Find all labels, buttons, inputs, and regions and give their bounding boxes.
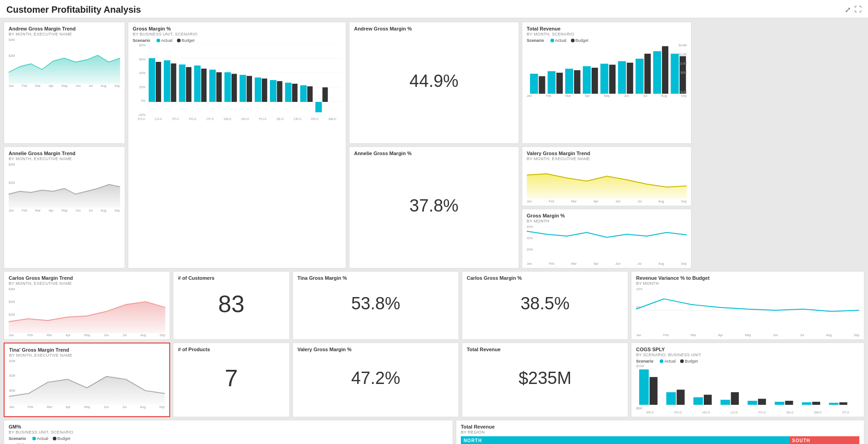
carlos-gm-trend-subtitle: BY MONTH, EXECUTIVE NAME [9, 281, 165, 286]
svg-rect-63 [829, 403, 838, 404]
cogs-sply-x-labels: ER-0FO-0HO-0LO-0PU-0SE-0SM-0ST-0 [636, 411, 859, 414]
gm-pct-chart-container: 80%60%40%20%0%-20% [133, 44, 341, 116]
valery-gm-pct-card[interactable]: Valery Gross Margin % 47.2% [293, 343, 459, 417]
svg-rect-39 [609, 65, 616, 94]
svg-rect-43 [644, 54, 651, 94]
svg-rect-9 [171, 63, 176, 102]
annelie-gm-pct-value: 37.8% [354, 156, 514, 255]
svg-rect-59 [775, 402, 784, 405]
valery-gm-pct-value: 47.2% [298, 353, 454, 404]
gross-margin-pct-card[interactable]: Gross Margin % BY BUSINESS UNIT, SCENARI… [128, 22, 346, 268]
tina-gm-pct-title: Tina Gross Margin % [298, 275, 454, 281]
gm-pct-month-card[interactable]: Gross Margin % BY MONTH 60% 40% 20% JanF… [522, 209, 692, 268]
andrew-gm-pct-value: 44.9% [354, 32, 514, 130]
num-customers-value: 83 [178, 281, 284, 326]
svg-rect-11 [186, 67, 192, 102]
cogs-sply-subtitle: BY SCENARIO, BUSINESS UNIT [636, 353, 859, 357]
actual-dot [156, 39, 160, 42]
svg-rect-16 [224, 72, 231, 102]
actual-dot3 [660, 359, 663, 363]
revenue-variance-card[interactable]: Revenue Variance % to Budget BY MONTH 10… [631, 271, 864, 340]
budget-dot3 [680, 359, 684, 363]
svg-rect-49 [639, 369, 649, 405]
valery-gm-trend-card[interactable]: Valery Gross Margin Trend BY MONTH, EXEC… [522, 146, 692, 206]
expand-icon[interactable]: ⤢ [845, 5, 851, 14]
scenario-label2: Scenario [527, 38, 544, 43]
num-customers-card[interactable]: # of Customers 83 [173, 271, 289, 340]
total-revenue-region-card[interactable]: Total Revenue BY REGION NORTH SOUTH [456, 420, 864, 444]
total-revenue-legend: Scenario Actual Budget [527, 38, 687, 43]
svg-rect-15 [216, 72, 222, 102]
total-revenue-top-card[interactable]: Total Revenue BY MONTH, SCENARIO Scenari… [522, 22, 692, 144]
svg-rect-37 [591, 68, 598, 94]
actual-legend: Actual [156, 38, 172, 43]
map-south: SOUTH [789, 436, 859, 444]
svg-rect-8 [164, 61, 170, 102]
gm-pct-bu-title: GM% [9, 424, 448, 429]
total-revenue-top-subtitle: BY MONTH, SCENARIO [527, 32, 687, 36]
revenue-valery-stack: Total Revenue BY MONTH, SCENARIO Scenari… [522, 22, 692, 268]
svg-rect-41 [627, 63, 633, 94]
gm-pct-month-x-axis: JanFebMarAprJunJulAugSep [527, 262, 687, 265]
svg-rect-12 [194, 66, 201, 102]
svg-rect-53 [693, 397, 703, 405]
gm-pct-bars [146, 44, 341, 116]
annelie-gm-trend-subtitle: BY MONTH, EXECUTIVE NAME [9, 156, 120, 161]
svg-rect-22 [270, 80, 276, 102]
annelie-gm-trend-card[interactable]: Annelie Gross Margin Trend BY MONTH, EXE… [4, 146, 125, 268]
scenario-label4: Scenario [9, 436, 26, 441]
dashboard: Andrew Gross Margin Trend BY MONTH, EXEC… [0, 18, 868, 444]
andrew-gm-trend-title: Andrew Gross Margin Trend [9, 26, 120, 31]
num-products-card[interactable]: # of Products 7 [173, 343, 289, 417]
svg-rect-25 [292, 84, 298, 102]
svg-rect-32 [548, 71, 556, 94]
svg-rect-14 [209, 70, 216, 102]
svg-rect-44 [653, 51, 661, 94]
fullscreen-icon[interactable]: ⛶ [854, 5, 862, 14]
total-revenue-region-title: Total Revenue [461, 424, 859, 429]
svg-rect-7 [156, 62, 161, 102]
cogs-sply-bars: $10M $0M [636, 364, 859, 410]
carlos-gm-pct-value: 38.5% [467, 281, 623, 326]
num-products-value: 7 [178, 353, 284, 404]
tina-gm-trend-subtitle: BY MONTH, EXECUTIVE NAME [9, 353, 165, 358]
row1-left: Andrew Gross Margin Trend BY MONTH, EXEC… [4, 22, 125, 268]
annelie-gm-trend-title: Annelie Gross Margin Trend [9, 151, 120, 156]
svg-rect-64 [839, 402, 848, 405]
total-revenue-mid-value: $235M [467, 353, 623, 404]
svg-rect-23 [277, 81, 283, 102]
carlos-gm-trend-card[interactable]: Carlos Gross Margin Trend BY MONTH, EXEC… [4, 271, 170, 340]
valery-gm-trend-subtitle: BY MONTH, EXECUTIVE NAME [527, 156, 687, 161]
annelie-gm-pct-card[interactable]: Annelie Gross Margin % 37.8% [349, 146, 519, 268]
row4: GM% BY BUSINESS UNIT, SCENARIO Scenario … [4, 420, 864, 444]
gm-pct-month-title: Gross Margin % [527, 213, 687, 218]
scenario-label3: Scenario [636, 359, 653, 363]
gross-margin-pct-legend: Scenario Actual Budget [133, 38, 341, 43]
tina-gm-pct-card[interactable]: Tina Gross Margin % 53.8% [293, 271, 459, 340]
annelie-gm-pct-title: Annelie Gross Margin % [354, 151, 514, 156]
andrew-gm-trend-card[interactable]: Andrew Gross Margin Trend BY MONTH, EXEC… [4, 22, 125, 144]
num-products-title: # of Products [178, 347, 284, 352]
budget-legend2: Budget [571, 38, 589, 43]
gm-pct-bu-card[interactable]: GM% BY BUSINESS UNIT, SCENARIO Scenario … [4, 420, 453, 444]
total-revenue-x-axis: JanFebMarAprMayJunJulAugSep [527, 94, 687, 97]
svg-rect-17 [232, 74, 237, 102]
revenue-variance-x-axis: JanFebMarAprMayJunJulAugSep [636, 333, 859, 337]
page-title: Customer Profitability Analysis [6, 5, 141, 15]
gross-margin-pct-title: Gross Margin % [133, 26, 341, 31]
svg-rect-10 [179, 65, 185, 102]
valery-gm-stack: Valery Gross Margin Trend BY MONTH, EXEC… [522, 146, 692, 268]
cogs-sply-card[interactable]: COGS SPLY BY SCENARIO, BUSINESS UNIT Sce… [631, 343, 864, 417]
valery-gm-trend-chart [527, 163, 687, 199]
cogs-sply-title: COGS SPLY [636, 347, 859, 352]
andrew-annelie-stack: Andrew Gross Margin % 44.9% Annelie Gros… [349, 22, 519, 268]
budget-legend: Budget [177, 38, 195, 43]
andrew-gm-pct-card[interactable]: Andrew Gross Margin % 44.9% [349, 22, 519, 144]
tina-gm-trend-card[interactable]: Tina' Gross Margin Trend BY MONTH, EXECU… [4, 343, 170, 417]
total-revenue-mid-card[interactable]: Total Revenue $235M [462, 343, 628, 417]
actual-legend2: Actual [550, 38, 566, 43]
gm-pct-y-axis: 80%60%40%20%0%-20% [133, 44, 146, 116]
carlos-gm-pct-card[interactable]: Carlos Gross Margin % 38.5% [462, 271, 628, 340]
total-revenue-mid-title: Total Revenue [467, 347, 623, 352]
gm-pct-bu-subtitle: BY BUSINESS UNIT, SCENARIO [9, 430, 448, 434]
